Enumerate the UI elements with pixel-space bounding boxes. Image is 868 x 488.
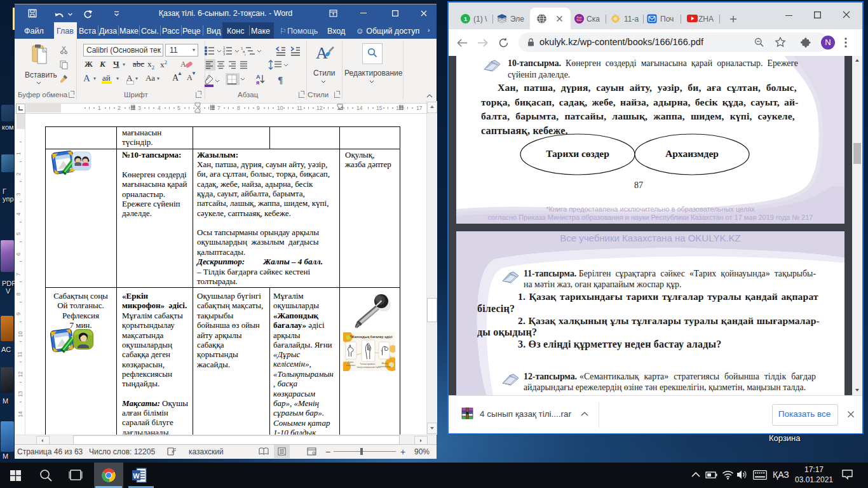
svg-text:Kino: Kino [577,19,582,22]
svg-text:¶: ¶ [278,75,283,85]
svg-text:Дұрыс: Дұрыс [348,361,354,363]
svg-text:Толықтырамын,: Толықтырамын, [360,363,376,365]
svg-text:Менің: Менің [381,362,387,365]
svg-text:*Жапондық бағалау әдісі: *Жапондық бағалау әдісі [350,335,393,339]
svg-text:i: i [245,53,245,57]
svg-text:x: x [172,449,174,454]
svg-text:3: 3 [223,52,226,56]
svg-text:1: 1 [464,15,468,22]
svg-text:я: я [256,79,259,86]
svg-text:А: А [180,60,186,69]
svg-text:W: W [133,472,140,480]
svg-text:A: A [316,44,328,62]
svg-text:сұрағым бар: сұрағым бар [378,365,391,368]
svg-text:басқа көзқарасым бар: басқа көзқарасым бар [357,366,379,369]
svg-text:келісемін: келісемін [346,364,356,367]
